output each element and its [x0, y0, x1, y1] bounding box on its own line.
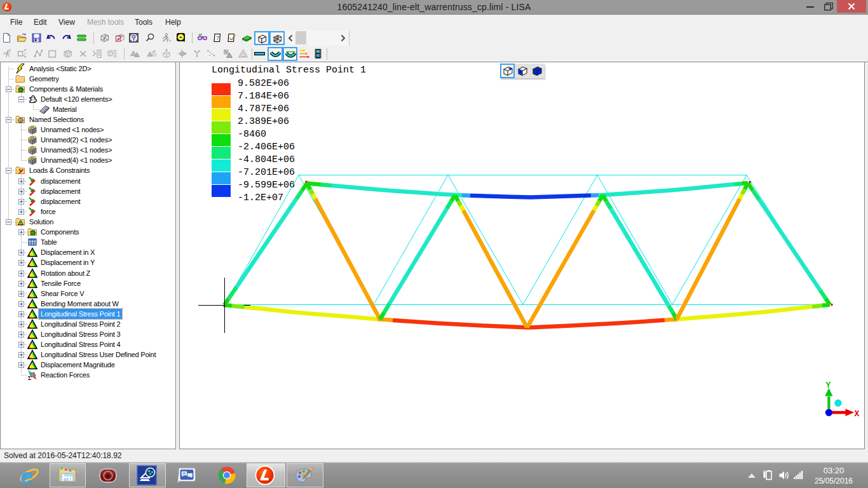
svg-text:Σ: Σ: [28, 376, 31, 381]
svg-text:e: e: [20, 465, 32, 485]
svg-text:X: X: [855, 409, 860, 419]
svg-text:7: 7: [216, 35, 219, 41]
svg-text:Y: Y: [826, 381, 831, 390]
